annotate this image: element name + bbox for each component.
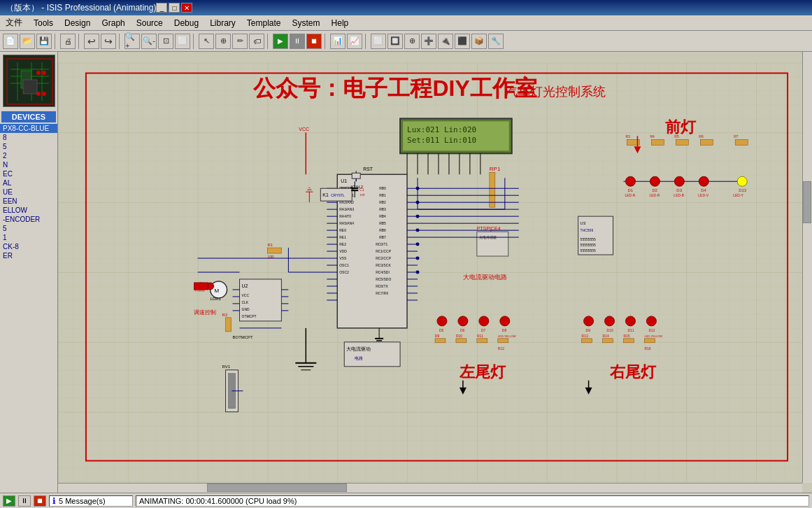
svg-point-145	[479, 316, 489, 326]
svg-rect-167	[582, 339, 592, 343]
tool4[interactable]: ➕	[421, 34, 436, 49]
step-button[interactable]: ⏸	[290, 34, 305, 49]
svg-text:U1: U1	[341, 178, 347, 183]
titlebar-controls[interactable]: _ □ ✕	[156, 3, 192, 13]
stop-button[interactable]: ⏹	[306, 34, 322, 49]
menu-graph[interactable]: Graph	[96, 17, 130, 29]
zoom-fit-button[interactable]: ⊡	[158, 34, 173, 49]
device-item-een[interactable]: EEN	[0, 197, 57, 206]
redo-button[interactable]: ↪	[101, 34, 116, 49]
preview-schematic	[3, 55, 55, 106]
device-item-ec[interactable]: EC	[0, 169, 57, 178]
svg-text:RB6: RB6	[379, 228, 386, 232]
overlay-subtitle: 汽车灯光控制系统	[505, 85, 606, 99]
play-status-button[interactable]: ▶	[3, 495, 15, 507]
svg-text:R3: R3	[625, 134, 630, 139]
menu-design[interactable]: Design	[59, 17, 96, 29]
menu-source[interactable]: Source	[131, 17, 169, 29]
wire-button[interactable]: ✏	[232, 34, 248, 49]
svg-text:RC4/SDI: RC4/SDI	[376, 270, 390, 274]
svg-text:RC0/T1: RC0/T1	[376, 242, 387, 246]
device-item-1[interactable]: 1	[0, 233, 57, 242]
svg-text:D13: D13	[739, 188, 747, 192]
tool8[interactable]: 🔧	[488, 34, 504, 49]
menu-library[interactable]: Library	[204, 17, 241, 29]
svg-text:K1: K1	[322, 192, 329, 197]
svg-rect-182	[352, 173, 360, 178]
tool3[interactable]: ⊕	[404, 34, 420, 49]
device-item-er[interactable]: ER	[0, 251, 57, 260]
tool1[interactable]: ⬜	[371, 34, 386, 49]
svg-text:M: M	[215, 288, 220, 294]
run-button[interactable]: ▶	[273, 34, 288, 49]
menu-debug[interactable]: Debug	[169, 17, 204, 29]
svg-rect-119	[651, 139, 664, 145]
vertical-scrollbar[interactable]	[802, 52, 812, 483]
stop-status-button[interactable]: ⏹	[34, 495, 46, 507]
toolbar-sep5	[267, 34, 270, 49]
undo-button[interactable]: ↩	[84, 34, 99, 49]
label-button[interactable]: 🏷	[249, 34, 264, 49]
svg-point-258	[416, 229, 420, 232]
svg-text:调速器: 调速器	[194, 288, 205, 292]
zoom-out-button[interactable]: 🔍-	[141, 34, 157, 49]
graph-button[interactable]: 📊	[330, 34, 346, 49]
svg-text:D10: D10	[607, 328, 613, 332]
svg-point-100	[650, 176, 660, 186]
print-button[interactable]: 🖨	[60, 34, 76, 49]
new-button[interactable]: 📄	[3, 34, 18, 49]
device-item-ck8[interactable]: CK-8	[0, 242, 57, 251]
device-item-ue[interactable]: UE	[0, 188, 57, 197]
device-item-n[interactable]: N	[0, 160, 57, 169]
titlebar: （版本） - ISIS Professional (Animating) _ □…	[0, 0, 812, 15]
svg-text:D1: D1	[627, 188, 633, 192]
device-item-px8cc[interactable]: PX8-CC-BLUE	[0, 124, 57, 133]
relay-k1: K1 CRYSTL	[320, 188, 352, 201]
zoom-area-button[interactable]: ⬜	[175, 34, 190, 49]
horizontal-scrollbar[interactable]	[58, 483, 802, 493]
menu-file[interactable]: 文件	[0, 15, 28, 30]
device-item-ellow[interactable]: ELLOW	[0, 206, 57, 215]
svg-rect-194	[226, 318, 232, 332]
svg-point-10	[42, 71, 46, 75]
menu-help[interactable]: Help	[326, 17, 355, 29]
minimize-button[interactable]: _	[156, 3, 167, 13]
svg-text:LED-B: LED-B	[674, 193, 684, 197]
tool2[interactable]: 🔲	[387, 34, 403, 49]
mixed-mode-button[interactable]: 📈	[347, 34, 362, 49]
select-button[interactable]: ↖	[199, 34, 214, 49]
menu-system[interactable]: System	[287, 17, 326, 29]
svg-point-158	[584, 316, 594, 326]
device-item-encoder[interactable]: -ENCODER	[0, 215, 57, 224]
toolbar-sep3	[119, 34, 122, 49]
tool6[interactable]: ⬛	[455, 34, 470, 49]
svg-text:C1: C1	[359, 188, 364, 192]
tool7[interactable]: 📦	[471, 34, 487, 49]
save-button[interactable]: 💾	[36, 34, 52, 49]
canvas-area[interactable]: 公众号：电子工程DIY工作室 汽车灯光控制系统 Lux:021 Lin:020 …	[58, 52, 812, 493]
pause-status-button[interactable]: ⏸	[18, 495, 31, 507]
device-item-al[interactable]: AL	[0, 178, 57, 188]
svg-point-103	[674, 176, 684, 186]
zoom-in-button[interactable]: 🔍+	[124, 34, 140, 49]
right-tail-label: 右尾灯	[609, 363, 657, 381]
close-button[interactable]: ✕	[181, 3, 192, 13]
main-area: DEVICES PX8-CC-BLUE 8 5 2 N EC AL UE EEN…	[0, 52, 812, 493]
maximize-button[interactable]: □	[169, 3, 180, 13]
component-button[interactable]: ⊕	[215, 34, 231, 49]
open-button[interactable]: 📂	[20, 34, 35, 49]
device-item-8[interactable]: 8	[0, 133, 57, 142]
chip-u2: U2 VCC CLK GND OTMCPT	[233, 279, 289, 321]
svg-text:D6: D6	[460, 328, 465, 332]
lcd-display: Lux:021 Lin:020 Set:011 Lin:010	[400, 118, 512, 153]
toolbar-sep7	[365, 34, 368, 49]
device-item-5[interactable]: 5	[0, 142, 57, 151]
tool5[interactable]: 🔌	[438, 34, 453, 49]
svg-text:RA3/AN3: RA3/AN3	[339, 207, 354, 211]
menu-template[interactable]: Template	[241, 17, 287, 29]
device-item-5b[interactable]: 5	[0, 224, 57, 233]
message-count-panel: ℹ 5 Message(s)	[49, 495, 133, 507]
menu-tools[interactable]: Tools	[28, 17, 59, 29]
svg-text:10R: 10R	[359, 193, 364, 197]
device-item-2[interactable]: 2	[0, 151, 57, 160]
